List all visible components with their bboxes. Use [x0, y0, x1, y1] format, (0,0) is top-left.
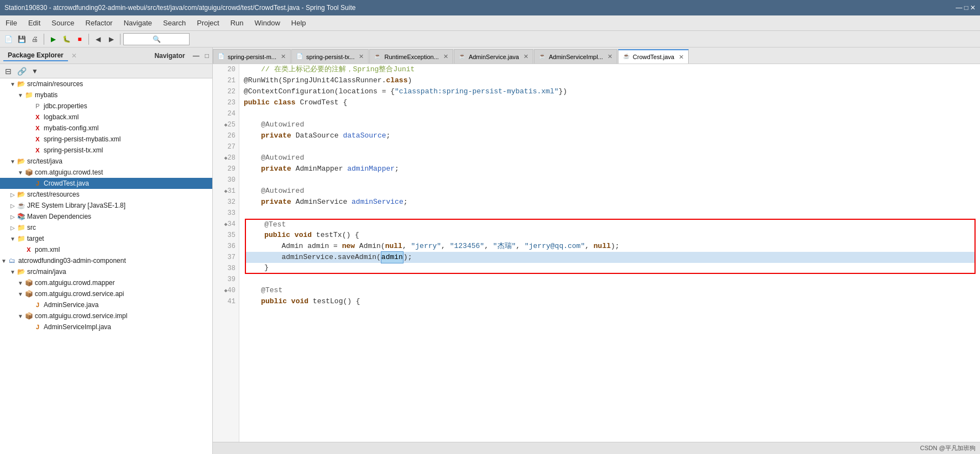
tree-arrow-11: ▷ [9, 203, 17, 209]
tab-close-3[interactable]: ✕ [523, 53, 528, 60]
window-controls: — □ ✕ [956, 4, 976, 12]
toolbar-forward[interactable]: ▶ [105, 33, 117, 45]
tree-icon-7: 📂 [17, 157, 25, 166]
line-num-35: 35 [216, 230, 235, 241]
tree-arrow-10: ▷ [9, 192, 17, 198]
tree-item-17[interactable]: ▼📂src/main/java [0, 266, 212, 277]
tree-item-11[interactable]: ▷☕JRE System Library [JavaSE-1.8] [0, 200, 212, 211]
toolbar-search-input[interactable]: 🔍 [123, 33, 190, 45]
code-container[interactable]: 2021222324◆252627◆282930◆313233◆34353637… [213, 64, 980, 442]
menu-file[interactable]: File [0, 17, 23, 29]
menu-help[interactable]: Help [286, 17, 312, 29]
tree-arrow-18: ▼ [17, 280, 24, 286]
tree-item-10[interactable]: ▷📂src/test/resources [0, 189, 212, 200]
sidebar-maximize[interactable]: □ [205, 52, 209, 60]
menu-navigate[interactable]: Navigate [118, 17, 158, 29]
editor-area: 📄spring-persist-m...✕📄spring-persist-tx.… [213, 47, 980, 454]
editor-tab-2[interactable]: ☕RuntimeException...✕ [369, 49, 453, 64]
toolbar-run[interactable]: ▶ [47, 33, 59, 45]
line-num-27: 27 [216, 141, 235, 152]
menu-search[interactable]: Search [158, 17, 191, 29]
tree-icon-21: 📦 [24, 312, 33, 320]
code-content[interactable]: // 在类上标记必要的注解，Spring整合Junit@RunWith(Spri… [239, 64, 980, 442]
toolbar-stop[interactable]: ■ [74, 33, 86, 45]
editor-tab-4[interactable]: ☕AdminServiceImpl...✕ [534, 49, 617, 64]
tree-item-3[interactable]: Xlogback.xml [0, 112, 212, 123]
tree-item-5[interactable]: Xspring-persist-mybatis.xml [0, 134, 212, 145]
toolbar-debug[interactable]: 🐛 [60, 33, 72, 45]
tree-icon-4: X [33, 124, 42, 133]
menu-source[interactable]: Source [46, 17, 80, 29]
code-line-20: // 在类上标记必要的注解，Spring整合Junit [244, 64, 976, 75]
menu-window[interactable]: Window [249, 17, 286, 29]
editor-tab-3[interactable]: ☕AdminService.java✕ [454, 49, 533, 64]
code-line-21: @RunWith(SpringJUnit4ClassRunner.class) [244, 75, 976, 86]
tree-item-1[interactable]: ▼📁mybatis [0, 89, 212, 101]
tree-item-8[interactable]: ▼📦com.atguigu.crowd.test [0, 167, 212, 178]
line-num-29: 29 [216, 163, 235, 175]
menu-project[interactable]: Project [191, 17, 224, 29]
tree-item-19[interactable]: ▼📦com.atguigu.crowd.service.api [0, 288, 212, 299]
tab-close-5[interactable]: ✕ [679, 54, 684, 61]
code-line-38: } [245, 263, 976, 274]
line-num-41: 41 [216, 296, 235, 307]
tree-item-13[interactable]: ▷📁src [0, 222, 212, 233]
tree-arrow-17: ▼ [9, 269, 17, 275]
code-line-24 [244, 108, 976, 119]
menu-refactor[interactable]: Refactor [80, 17, 118, 29]
toolbar-back[interactable]: ◀ [92, 33, 104, 45]
tree-item-22[interactable]: JAdminServiceImpl.java [0, 321, 212, 332]
line-num-39: 39 [216, 274, 235, 285]
tab-close-2[interactable]: ✕ [443, 53, 448, 60]
tree-label-16: atcrowdfunding03-admin-component [18, 257, 126, 265]
line-num-37: 37 [216, 252, 235, 263]
tree-item-0[interactable]: ▼📂src/main/resources [0, 78, 212, 89]
tab-navigator[interactable]: Navigator [150, 51, 189, 61]
tree-icon-14: 📁 [17, 234, 25, 243]
tab-close-0[interactable]: ✕ [281, 53, 286, 60]
tab-package-explorer[interactable]: Package Explorer [3, 50, 68, 61]
tree-label-22: AdminServiceImpl.java [44, 323, 111, 331]
tree-item-21[interactable]: ▼📦com.atguigu.crowd.service.impl [0, 310, 212, 321]
menu-run[interactable]: Run [225, 17, 249, 29]
code-line-28: @Autowired [244, 152, 976, 163]
sidebar-link-editor[interactable]: 🔗 [15, 65, 28, 77]
tree-item-14[interactable]: ▼📁target [0, 233, 212, 244]
tree-item-6[interactable]: Xspring-persist-tx.xml [0, 145, 212, 156]
editor-tab-5[interactable]: ☕CrowdTest.java✕ [618, 49, 689, 64]
toolbar-new[interactable]: 📄 [2, 33, 14, 45]
tree-item-12[interactable]: ▷📚Maven Dependencies [0, 211, 212, 222]
tree-item-2[interactable]: Pjdbc.properties [0, 101, 212, 112]
tree-item-7[interactable]: ▼📂src/test/java [0, 156, 212, 167]
menu-bar: File Edit Source Refactor Navigate Searc… [0, 15, 980, 31]
tree-label-21: com.atguigu.crowd.service.impl [35, 312, 127, 320]
editor-tab-0[interactable]: 📄spring-persist-m...✕ [213, 49, 291, 64]
tree-item-4[interactable]: Xmybatis-config.xml [0, 123, 212, 134]
tree-item-18[interactable]: ▼📦com.atguigu.crowd.mapper [0, 277, 212, 288]
tab-label-5: CrowdTest.java [633, 54, 674, 60]
tree-icon-11: ☕ [17, 201, 25, 210]
toolbar-print[interactable]: 🖨 [29, 33, 41, 45]
toolbar-save[interactable]: 💾 [15, 33, 28, 45]
tree-item-9[interactable]: JCrowdTest.java [0, 178, 212, 189]
tree-item-15[interactable]: Xpom.xml [0, 244, 212, 255]
code-line-30 [244, 175, 976, 186]
sidebar-collapse-all[interactable]: ⊟ [2, 65, 14, 77]
tab-bar: 📄spring-persist-m...✕📄spring-persist-tx.… [213, 47, 980, 64]
tree-item-20[interactable]: JAdminService.java [0, 299, 212, 310]
tree-icon-19: 📦 [24, 289, 33, 298]
sidebar-menu[interactable]: ▼ [29, 65, 41, 77]
code-line-33 [244, 208, 976, 219]
tree-label-8: com.atguigu.crowd.test [35, 168, 103, 176]
tab-close-4[interactable]: ✕ [607, 53, 612, 60]
editor-tab-1[interactable]: 📄spring-persist-tx...✕ [291, 49, 369, 64]
tree-icon-20: J [33, 300, 42, 309]
tree-label-4: mybatis-config.xml [44, 124, 98, 132]
menu-edit[interactable]: Edit [23, 17, 46, 29]
sidebar-minimize[interactable]: — [193, 52, 200, 60]
tab-close-1[interactable]: ✕ [359, 53, 364, 60]
sidebar-tree-container[interactable]: ▼📂src/main/resources▼📁mybatis Pjdbc.prop… [0, 78, 212, 454]
tab-label-4: AdminServiceImpl... [549, 54, 603, 60]
tree-item-16[interactable]: ▼🗂atcrowdfunding03-admin-component [0, 255, 212, 266]
line-num-31: ◆31 [216, 186, 235, 197]
